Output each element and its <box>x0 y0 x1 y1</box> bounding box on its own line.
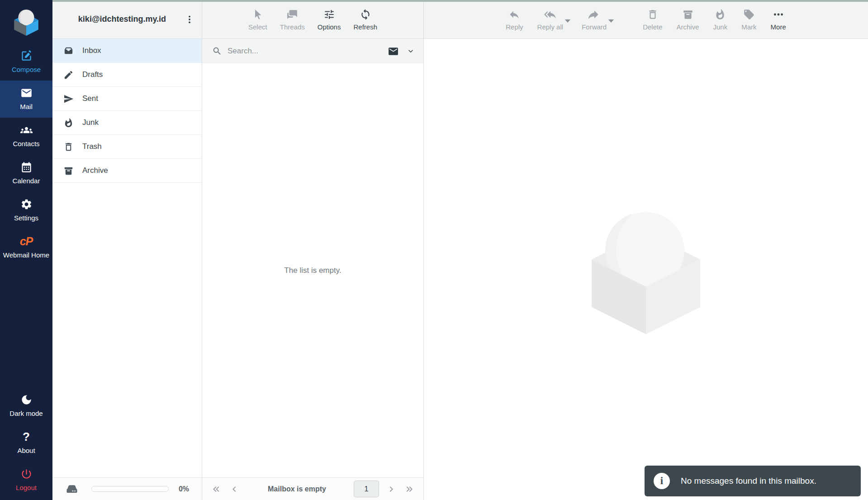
pencil-icon <box>63 70 74 80</box>
reply-icon <box>508 9 520 20</box>
sidebar-item-label: Calendar <box>13 177 40 185</box>
sidebar-item-label: Compose <box>12 66 41 74</box>
list-pagination-bar: Mailbox is empty <box>202 477 423 500</box>
list-toolbar: Select Threads Options Refresh <box>202 0 423 39</box>
storage-percent: 0% <box>179 485 189 493</box>
message-list-panel: Select Threads Options Refresh <box>202 0 424 500</box>
contacts-icon <box>20 124 33 136</box>
search-options-toggle[interactable] <box>405 46 416 57</box>
kebab-menu-icon <box>185 14 194 24</box>
message-toolbar: Reply Reply all Forward Delete Archive <box>424 0 868 39</box>
roundcube-logo-icon <box>11 8 41 36</box>
chevron-down-icon <box>406 47 415 56</box>
sidebar-item-label: Webmail Home <box>3 251 49 259</box>
inbox-icon <box>63 46 74 56</box>
threads-button[interactable]: Threads <box>279 8 306 31</box>
sidebar-item-label: Dark mode <box>9 410 43 418</box>
junk-button[interactable]: Junk <box>712 8 729 31</box>
archive-button[interactable]: Archive <box>676 8 700 31</box>
options-button[interactable]: Options <box>317 8 342 31</box>
toast-notification: i No messages found in this mailbox. <box>645 466 861 496</box>
sidebar-item-logout[interactable]: Logout <box>0 462 52 500</box>
info-icon: i <box>654 473 670 489</box>
sidebar-item-contacts[interactable]: Contacts <box>0 118 52 155</box>
tag-icon <box>743 9 755 20</box>
sidebar-item-settings[interactable]: Settings <box>0 192 52 229</box>
sidebar-item-label: Logout <box>16 484 37 492</box>
page-number-input[interactable] <box>354 481 379 497</box>
delete-button[interactable]: Delete <box>642 8 663 31</box>
trash-icon <box>647 9 659 20</box>
chevron-right-icon <box>386 484 397 495</box>
folder-item-sent[interactable]: Sent <box>52 87 202 111</box>
message-list-empty-area: The list is empty. <box>202 63 423 477</box>
folder-label: Archive <box>82 166 108 175</box>
sidebar-item-label: Mail <box>20 103 33 111</box>
folder-item-archive[interactable]: Archive <box>52 159 202 183</box>
roundcube-logo <box>0 0 52 43</box>
search-scope-button[interactable] <box>387 45 400 58</box>
folder-item-trash[interactable]: Trash <box>52 135 202 159</box>
folder-list: Inbox Drafts Sent Junk Trash Archive <box>52 39 202 477</box>
power-icon <box>20 468 33 480</box>
sliders-icon <box>323 9 335 20</box>
sidebar-item-label: About <box>17 447 35 455</box>
refresh-icon <box>360 9 371 20</box>
storage-quota-bar: 0% <box>52 477 202 500</box>
trash-icon <box>63 142 74 152</box>
previous-page-button[interactable] <box>227 481 242 497</box>
archive-box-icon <box>63 166 74 176</box>
forward-dropdown-caret[interactable] <box>608 19 614 23</box>
toast-message: No messages found in this mailbox. <box>681 476 816 486</box>
send-icon <box>63 94 74 104</box>
chevron-left-icon <box>229 484 240 495</box>
account-menu-button[interactable] <box>183 12 196 27</box>
last-page-button[interactable] <box>402 481 417 497</box>
roundcube-watermark <box>578 205 714 335</box>
sidebar-item-compose[interactable]: Compose <box>0 43 52 81</box>
calendar-icon <box>20 161 33 173</box>
sidebar-item-calendar[interactable]: Calendar <box>0 155 52 192</box>
sidebar-item-dark-mode[interactable]: Dark mode <box>0 387 52 424</box>
sidebar: Compose Mail Contacts Calendar Settings … <box>0 0 52 500</box>
search-input[interactable] <box>228 47 381 56</box>
chat-bubbles-icon <box>286 9 298 20</box>
storage-icon <box>65 483 79 495</box>
compose-icon <box>20 50 33 62</box>
webmail-app: Compose Mail Contacts Calendar Settings … <box>0 0 868 500</box>
reply-all-dropdown-caret[interactable] <box>565 19 570 23</box>
select-button[interactable]: Select <box>247 8 268 31</box>
folder-label: Drafts <box>82 70 103 79</box>
folder-item-drafts[interactable]: Drafts <box>52 63 202 87</box>
reply-all-button[interactable]: Reply all <box>536 8 564 31</box>
more-dots-icon <box>773 9 784 20</box>
sidebar-item-about[interactable]: ? About <box>0 424 52 462</box>
forward-button[interactable]: Forward <box>581 8 607 31</box>
mark-button[interactable]: Mark <box>740 8 757 31</box>
sidebar-item-mail[interactable]: Mail <box>0 81 52 118</box>
sidebar-item-webmail-home[interactable]: cP Webmail Home <box>0 229 52 266</box>
more-button[interactable]: More <box>770 8 787 31</box>
cursor-icon <box>252 9 264 20</box>
account-email: kiki@idchtesting.my.id <box>62 14 183 24</box>
flame-icon <box>714 9 726 20</box>
folder-label: Junk <box>82 118 99 127</box>
folder-label: Inbox <box>82 46 101 55</box>
cpanel-icon: cP <box>20 235 33 248</box>
forward-icon <box>588 9 600 20</box>
search-bar <box>202 39 423 63</box>
refresh-button[interactable]: Refresh <box>352 8 378 31</box>
first-page-button[interactable] <box>209 481 224 497</box>
window-top-strip <box>52 0 868 2</box>
archive-box-icon <box>682 9 694 20</box>
flame-icon <box>63 118 74 128</box>
message-view-panel: Reply Reply all Forward Delete Archive <box>424 0 868 500</box>
sidebar-item-label: Settings <box>14 214 38 222</box>
folder-item-inbox[interactable]: Inbox <box>52 39 202 63</box>
sidebar-spacer <box>0 266 52 387</box>
next-page-button[interactable] <box>384 481 399 497</box>
folder-item-junk[interactable]: Junk <box>52 111 202 135</box>
search-icon <box>212 46 222 56</box>
reply-button[interactable]: Reply <box>505 8 524 31</box>
moon-icon <box>20 394 33 406</box>
